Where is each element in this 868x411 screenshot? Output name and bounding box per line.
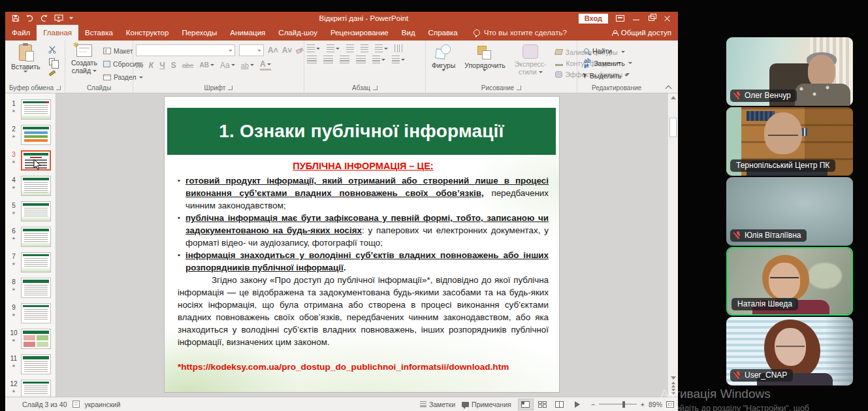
- zoom-slider-thumb[interactable]: [622, 401, 625, 408]
- share-button[interactable]: Общий доступ: [612, 25, 671, 41]
- paste-dropdown-icon[interactable]: [24, 71, 27, 73]
- slide-thumbnail[interactable]: [21, 278, 51, 298]
- tab-file[interactable]: Файл: [5, 25, 37, 41]
- vertical-scrollbar[interactable]: [667, 93, 678, 397]
- close-button[interactable]: [664, 15, 671, 22]
- slide-canvas[interactable]: 1. Ознаки публічної інформації ПУБЛІЧНА …: [165, 97, 559, 392]
- tab-review[interactable]: Рецензирование: [324, 25, 395, 41]
- slide-thumbnail[interactable]: [21, 329, 51, 349]
- save-icon[interactable]: [12, 14, 20, 22]
- strikethrough-button[interactable]: abc: [182, 61, 194, 69]
- character-spacing-button[interactable]: АВ: [199, 61, 214, 69]
- tab-animations[interactable]: Анимация: [223, 25, 272, 41]
- cut-button[interactable]: [46, 45, 58, 54]
- ribbon-display-options-icon[interactable]: [616, 15, 624, 22]
- zoom-percentage[interactable]: 89%: [649, 401, 662, 408]
- scrollbar-track[interactable]: [668, 101, 678, 375]
- change-case-button[interactable]: Аа: [220, 61, 235, 70]
- slideshow-view-button[interactable]: [569, 399, 585, 410]
- slide-sorter-view-button[interactable]: [535, 399, 551, 410]
- dialog-launcher-icon[interactable]: [228, 86, 233, 90]
- replace-button[interactable]: ab⇄Заменить: [584, 58, 632, 69]
- slide-thumbnail[interactable]: [21, 201, 51, 222]
- font-color-button[interactable]: А: [260, 59, 271, 71]
- bold-button[interactable]: Ж: [136, 61, 143, 70]
- smartart-convert-button[interactable]: [392, 56, 405, 63]
- collapse-ribbon-icon[interactable]: [666, 84, 671, 90]
- zoom-out-button[interactable]: −: [591, 401, 595, 408]
- thumbnail-row[interactable]: 8★: [5, 276, 56, 302]
- zoom-in-button[interactable]: +: [641, 401, 645, 408]
- justify-icon[interactable]: [356, 56, 366, 63]
- align-right-icon[interactable]: [340, 56, 349, 63]
- font-name-combo[interactable]: [136, 44, 235, 56]
- thumbnail-row[interactable]: 11★: [5, 353, 56, 378]
- tab-view[interactable]: Вид: [395, 25, 422, 41]
- scroll-up-icon[interactable]: [671, 96, 676, 99]
- tab-insert[interactable]: Вставка: [78, 25, 120, 41]
- slide-thumbnail[interactable]: [21, 227, 51, 247]
- align-center-icon[interactable]: [323, 56, 333, 63]
- slide-editor-area[interactable]: 1. Ознаки публічної інформації ПУБЛІЧНА …: [56, 93, 667, 397]
- participant-video-active-speaker[interactable]: Наталія Шведа: [726, 247, 853, 316]
- highlight-color-button[interactable]: ab: [241, 61, 254, 69]
- slide-thumbnail[interactable]: [21, 99, 51, 120]
- scrollbar-thumb[interactable]: [669, 118, 677, 137]
- tab-design[interactable]: Конструктор: [120, 25, 176, 41]
- italic-button[interactable]: К: [149, 61, 153, 70]
- reading-view-button[interactable]: [552, 399, 568, 410]
- format-painter-button[interactable]: [46, 69, 58, 78]
- columns-button[interactable]: [372, 56, 385, 63]
- bullets-button[interactable]: [307, 44, 320, 52]
- select-button[interactable]: Выделить: [584, 72, 632, 80]
- thumbnail-row[interactable]: 6★: [5, 225, 56, 251]
- spellcheck-icon[interactable]: [72, 401, 80, 408]
- thumbnail-row[interactable]: 9★: [5, 302, 56, 327]
- restore-button[interactable]: [648, 15, 656, 22]
- slide-thumbnail[interactable]: [21, 354, 51, 374]
- tab-home[interactable]: Главная: [37, 25, 78, 41]
- align-left-icon[interactable]: [307, 56, 317, 63]
- participant-video[interactable]: Юлія Віталіївна: [726, 177, 853, 246]
- slide-thumbnail[interactable]: [21, 380, 51, 397]
- tab-help[interactable]: Справка: [422, 25, 464, 41]
- language-indicator[interactable]: украинский: [85, 401, 121, 408]
- clear-formatting-icon[interactable]: A: [296, 46, 304, 54]
- new-slide-button[interactable]: ✻ Создать слайд: [68, 43, 101, 83]
- slide-thumbnail[interactable]: [21, 303, 51, 323]
- minimize-button[interactable]: [632, 15, 640, 22]
- thumbnail-row[interactable]: 7★: [5, 251, 56, 276]
- shrink-font-button[interactable]: А˅: [282, 46, 293, 55]
- redo-icon[interactable]: [40, 14, 48, 22]
- scroll-down-icon[interactable]: [671, 376, 676, 380]
- sign-in-button[interactable]: Вход: [579, 14, 608, 24]
- numbering-button[interactable]: [327, 44, 340, 52]
- underline-button[interactable]: Ч: [159, 61, 165, 70]
- normal-view-button[interactable]: [518, 399, 534, 410]
- previous-slide-button[interactable]: [671, 382, 675, 387]
- start-slideshow-icon[interactable]: [54, 14, 63, 22]
- thumbnail-row[interactable]: 2★: [5, 123, 56, 149]
- dialog-launcher-icon[interactable]: [517, 86, 521, 90]
- find-button[interactable]: Найти: [584, 47, 632, 55]
- thumbnail-row[interactable]: 5★: [5, 200, 56, 225]
- participant-video[interactable]: Тернопільський Центр ПК: [726, 107, 853, 176]
- fit-to-window-icon[interactable]: [666, 401, 674, 408]
- paste-button[interactable]: Вставить: [8, 43, 44, 83]
- slide-thumbnail[interactable]: [21, 176, 51, 196]
- increase-indent-icon[interactable]: [361, 44, 368, 52]
- shapes-button[interactable]: Фигуры: [428, 43, 458, 83]
- participant-video[interactable]: User_CNAP: [726, 317, 853, 386]
- dialog-launcher-icon[interactable]: [373, 86, 378, 90]
- thumbnail-row[interactable]: 4★: [5, 174, 56, 200]
- text-shadow-button[interactable]: S: [171, 61, 176, 70]
- slide-thumbnail-panel[interactable]: 1★ 2★ 3★ 4★ 5★: [5, 93, 56, 397]
- thumbnail-row[interactable]: 10★: [5, 327, 56, 353]
- dialog-launcher-icon[interactable]: [56, 86, 61, 90]
- tab-slideshow[interactable]: Слайд-шоу: [272, 25, 324, 41]
- comments-toggle[interactable]: Примечания: [462, 401, 511, 408]
- thumbnail-row[interactable]: 1★: [5, 98, 56, 123]
- customize-qat-icon[interactable]: [69, 17, 73, 20]
- slide-body-text[interactable]: ПУБЛІЧНА ІНФОРМАЦІЯ – ЦЕ: готовий продук…: [178, 160, 549, 373]
- notes-toggle[interactable]: Заметки: [420, 401, 455, 408]
